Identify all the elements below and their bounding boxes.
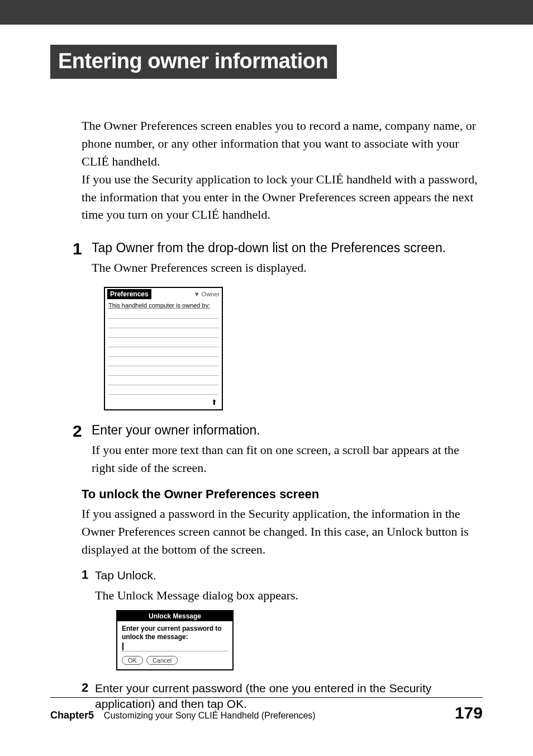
owner-preferences-screenshot: Preferences ▼ Owner This handheld comput… (104, 287, 223, 410)
cancel-button[interactable]: Cancel (146, 656, 178, 665)
intro-paragraphs: The Owner Preferences screen enables you… (82, 117, 483, 224)
intro-p2: If you use the Security application to l… (82, 171, 483, 224)
unlock-step-1-title: Tap Unlock. (95, 568, 483, 583)
step-2: 2 Enter your owner information. If you e… (73, 422, 483, 477)
step-2-desc: If you enter more text than can fit on o… (92, 441, 483, 477)
step-1: 1 Tap Owner from the drop-down list on t… (73, 239, 483, 277)
screenshot-header-label: Preferences (107, 289, 151, 299)
unlock-dialog-title: Unlock Message (117, 611, 232, 621)
page-title: Entering owner information (50, 45, 337, 79)
unlock-heading: To unlock the Owner Preferences screen (82, 487, 483, 502)
step-1-desc: The Owner Preferences screen is displaye… (92, 259, 483, 277)
step-2-number: 2 (73, 422, 92, 477)
page-footer: Chapter5 Customizing your Sony CLIÉ Hand… (50, 697, 483, 722)
screenshot-body-text: This handheld computer is owned by: (105, 300, 222, 309)
unlock-password-input[interactable] (122, 642, 228, 651)
unlock-dialog-prompt: Enter your current password to unlock th… (122, 625, 228, 641)
step-2-title: Enter your owner information. (92, 422, 483, 439)
dropdown-arrow-icon: ▼ (194, 291, 200, 297)
screenshot-dropdown[interactable]: ▼ Owner (194, 291, 220, 297)
unlock-desc: If you assigned a password in the Securi… (82, 505, 483, 559)
home-icon[interactable]: ⬆ (105, 398, 222, 409)
intro-p1: The Owner Preferences screen enables you… (82, 117, 483, 171)
unlock-step-1-desc: The Unlock Message dialog box appears. (95, 587, 483, 604)
ok-button[interactable]: OK (122, 656, 143, 665)
footer-chapter: Chapter5 (50, 710, 94, 721)
header-bar (0, 0, 533, 25)
unlock-step-1: 1 Tap Unlock. (82, 568, 483, 583)
step-1-number: 1 (73, 239, 92, 277)
unlock-step-1-number: 1 (82, 568, 95, 583)
unlock-message-screenshot: Unlock Message Enter your current passwo… (116, 610, 234, 670)
footer-chapter-title: Customizing your Sony CLIÉ Handheld (Pre… (104, 711, 316, 720)
page-number: 179 (455, 703, 483, 722)
title-block: Entering owner information (50, 45, 483, 79)
step-1-title: Tap Owner from the drop-down list on the… (92, 239, 483, 257)
screenshot-input-lines[interactable] (105, 309, 222, 398)
dropdown-label: Owner (202, 291, 220, 297)
